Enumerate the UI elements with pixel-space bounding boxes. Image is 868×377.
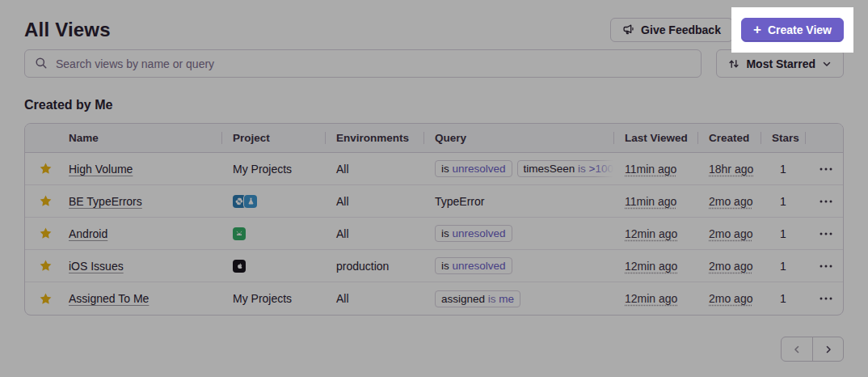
create-view-label: Create View [768,23,832,36]
spotlight-highlight: + Create View [731,7,853,53]
create-view-button[interactable]: + Create View [741,18,844,42]
dim-overlay [0,0,868,377]
plus-icon: + [753,23,761,36]
